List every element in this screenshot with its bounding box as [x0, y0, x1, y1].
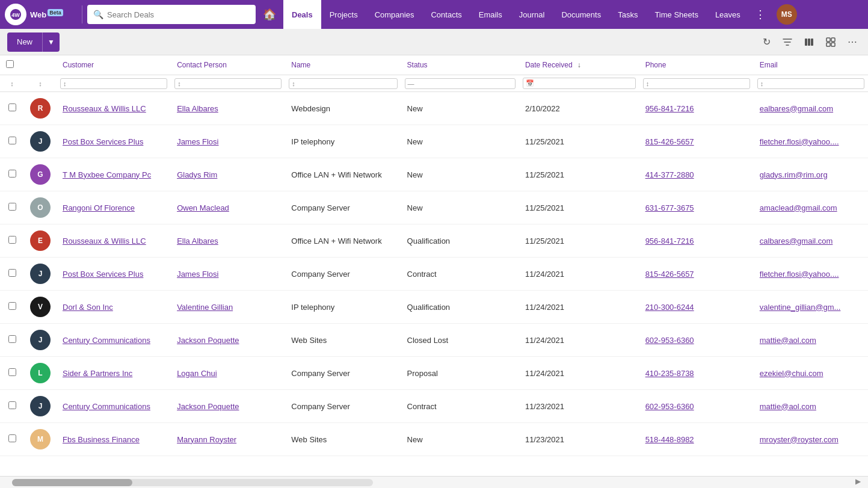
row-checkbox[interactable] [8, 302, 16, 310]
row-checkbox[interactable] [8, 401, 16, 409]
new-button[interactable]: New [7, 32, 42, 52]
phone-link[interactable]: 414-377-2880 [645, 170, 694, 179]
email-link[interactable]: valentine_gillian@gm... [760, 303, 841, 312]
logo-icon[interactable]: 4W [5, 4, 26, 25]
contact-person-link[interactable]: Gladys Rim [177, 170, 217, 179]
filter-customer-input[interactable] [69, 80, 165, 87]
nav-link-tasks[interactable]: Tasks [609, 0, 646, 29]
horizontal-scrollbar[interactable] [12, 479, 373, 486]
row-phone-cell: 602-953-6360 [639, 324, 754, 357]
phone-link[interactable]: 631-677-3675 [645, 203, 694, 212]
email-link[interactable]: fletcher.flosi@yahoo.... [760, 137, 839, 146]
customer-link[interactable]: Post Box Services Plus [63, 270, 143, 279]
nav-link-leaves[interactable]: Leaves [707, 0, 749, 29]
refresh-button[interactable]: ↻ [759, 34, 774, 50]
row-checkbox[interactable] [8, 269, 16, 277]
th-date-received[interactable]: Date Received ↓ [519, 55, 639, 75]
th-status[interactable]: Status [401, 55, 519, 75]
contact-person-link[interactable]: Maryann Royster [177, 435, 236, 444]
filter-email-input[interactable] [765, 80, 861, 87]
row-checkbox[interactable] [8, 236, 16, 244]
contact-person-link[interactable]: James Flosi [177, 137, 218, 146]
nav-link-timesheets[interactable]: Time Sheets [646, 0, 707, 29]
email-link[interactable]: amaclead@gmail.com [760, 203, 837, 212]
scrollbar-thumb[interactable] [12, 479, 132, 486]
filter-phone-input[interactable] [651, 80, 747, 87]
th-email[interactable]: Email [754, 55, 868, 75]
row-customer-cell: Century Communications [57, 390, 171, 423]
nav-link-projects[interactable]: Projects [321, 0, 366, 29]
contact-person-link[interactable]: Valentine Gillian [177, 303, 233, 312]
th-customer[interactable]: Customer [57, 55, 171, 75]
nav-link-emails[interactable]: Emails [470, 0, 511, 29]
customer-link[interactable]: Post Box Services Plus [63, 137, 143, 146]
contact-person-link[interactable]: Ella Albares [177, 104, 218, 113]
customer-link[interactable]: Rangoni Of Florence [63, 203, 135, 212]
email-link[interactable]: gladys.rim@rim.org [760, 170, 828, 179]
phone-link[interactable]: 956-841-7216 [645, 236, 694, 246]
phone-link[interactable]: 518-448-8982 [645, 435, 694, 444]
row-checkbox[interactable] [8, 137, 16, 144]
email-link[interactable]: ezekiel@chui.com [760, 369, 823, 378]
customer-link[interactable]: Rousseaux & Willis LLC [63, 236, 146, 246]
scroll-right-arrow[interactable]: ▶ [855, 477, 861, 486]
user-avatar[interactable]: MS [777, 4, 797, 25]
email-link[interactable]: mattie@aol.com [760, 402, 816, 411]
customer-link[interactable]: Century Communications [63, 336, 150, 345]
search-box[interactable]: 🔍 [87, 5, 256, 24]
nav-link-documents[interactable]: Documents [553, 0, 609, 29]
search-input[interactable] [107, 10, 250, 19]
phone-link[interactable]: 410-235-8738 [645, 369, 694, 378]
phone-link[interactable]: 815-426-5657 [645, 270, 694, 279]
th-phone[interactable]: Phone [639, 55, 754, 75]
contact-person-link[interactable]: Jackson Poquette [177, 336, 239, 345]
row-checkbox[interactable] [8, 170, 16, 178]
phone-link[interactable]: 210-300-6244 [645, 303, 694, 312]
nav-link-companies[interactable]: Companies [366, 0, 423, 29]
row-checkbox[interactable] [8, 368, 16, 376]
select-all-checkbox[interactable] [6, 60, 14, 68]
columns-button[interactable] [801, 35, 817, 49]
filter-contact-input[interactable] [183, 80, 279, 87]
contact-person-link[interactable]: Jackson Poquette [177, 402, 239, 411]
email-link[interactable]: mattie@aol.com [760, 336, 816, 345]
more-options-button[interactable]: ⋯ [844, 34, 861, 50]
customer-link[interactable]: Sider & Partners Inc [63, 369, 132, 378]
phone-link[interactable]: 602-953-6360 [645, 336, 694, 345]
nav-link-contacts[interactable]: Contacts [422, 0, 470, 29]
row-checkbox[interactable] [8, 103, 16, 111]
email-link[interactable]: ealbares@gmail.com [760, 104, 833, 113]
row-checkbox[interactable] [8, 335, 16, 343]
home-button[interactable]: 🏠 [256, 8, 283, 21]
email-link[interactable]: fletcher.flosi@yahoo.... [760, 270, 839, 279]
row-checkbox[interactable] [8, 434, 16, 442]
email-link[interactable]: calbares@gmail.com [760, 236, 833, 246]
contact-person-link[interactable]: James Flosi [177, 270, 218, 279]
phone-link[interactable]: 956-841-7216 [645, 104, 694, 113]
filter-status-input[interactable] [416, 80, 512, 87]
grid-button[interactable] [822, 35, 839, 49]
customer-link[interactable]: Century Communications [63, 402, 150, 411]
row-name-cell: Office LAN + Wifi Network [285, 158, 401, 191]
row-checkbox[interactable] [8, 203, 16, 211]
th-contact-person[interactable]: Contact Person [171, 55, 285, 75]
new-dropdown-button[interactable]: ▼ [42, 32, 60, 52]
th-name[interactable]: Name [285, 55, 401, 75]
customer-link[interactable]: Dorl & Son Inc [63, 303, 113, 312]
th-checkbox [0, 55, 24, 75]
contact-person-link[interactable]: Owen Maclead [177, 203, 229, 212]
customer-link[interactable]: Rousseaux & Willis LLC [63, 104, 146, 113]
nav-link-journal[interactable]: Journal [511, 0, 553, 29]
nav-more-button[interactable]: ⋮ [749, 8, 772, 21]
nav-link-deals[interactable]: Deals [283, 0, 321, 29]
customer-link[interactable]: T M Byxbee Company Pc [63, 170, 151, 179]
email-link[interactable]: mroyster@royster.com [760, 435, 839, 444]
filter-date-input[interactable] [536, 80, 633, 87]
filter-button[interactable] [779, 35, 796, 49]
filter-name-input[interactable] [297, 80, 395, 87]
contact-person-link[interactable]: Logan Chui [177, 369, 217, 378]
customer-link[interactable]: Fbs Business Finance [63, 435, 140, 444]
phone-link[interactable]: 815-426-5657 [645, 137, 694, 146]
phone-link[interactable]: 602-953-6360 [645, 402, 694, 411]
contact-person-link[interactable]: Ella Albares [177, 236, 218, 246]
